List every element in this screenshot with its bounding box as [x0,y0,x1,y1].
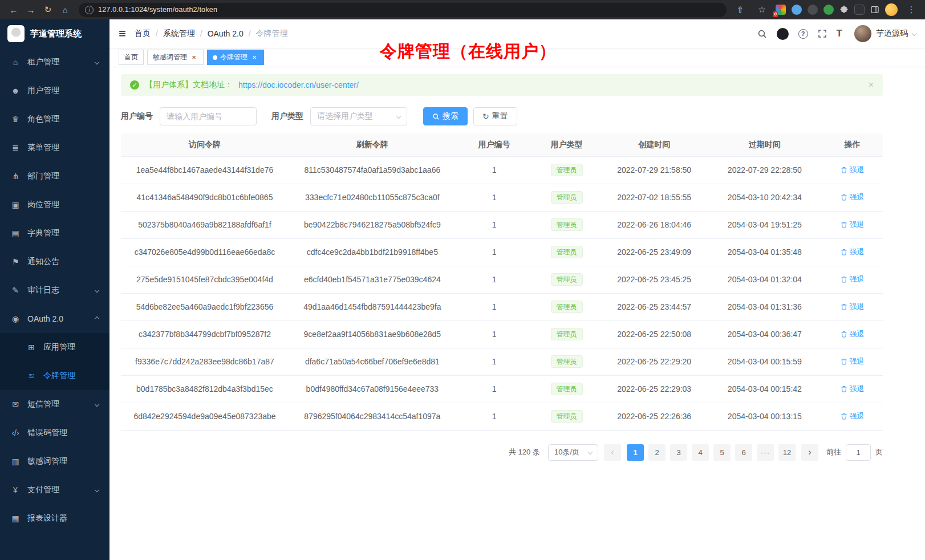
user-type-tag: 管理员 [551,246,583,258]
trash-icon [841,194,847,201]
created-time-cell: 2022-06-25 23:44:57 [601,293,708,320]
refresh-icon: ↻ [482,112,489,120]
user-id-cell: 1 [456,184,533,211]
alert-close-icon[interactable]: × [869,80,874,90]
force-logout-button[interactable]: 强退 [841,247,865,257]
sidebar-item-dept[interactable]: ⋔部门管理 [0,162,109,190]
doc-link[interactable]: https://doc.iocoder.cn/user-center/ [238,80,359,90]
force-logout-button[interactable]: 强退 [841,220,865,230]
font-size-icon[interactable]: T [837,28,842,39]
force-logout-button[interactable]: 强退 [841,165,865,175]
sidebar-item-sensitive-word[interactable]: ▥敏感词管理 [0,447,109,476]
sidebar-item-role[interactable]: ♛角色管理 [0,105,109,133]
sidebar-item-user[interactable]: ☻用户管理 [0,76,109,105]
pagination-more-icon[interactable]: ··· [757,444,774,461]
user-id-input[interactable] [160,107,257,125]
tab-home[interactable]: 首页 [119,50,144,65]
force-logout-button[interactable]: 强退 [841,411,865,421]
sidebar-item-audit-log[interactable]: ✎审计日志 [0,276,109,305]
sidebar-item-report-designer[interactable]: ▦报表设计器 [0,504,109,533]
user-menu[interactable]: 芋道源码 [854,25,916,42]
trash-icon [841,276,847,283]
tab-label: 令牌管理 [220,52,248,62]
side-panel-icon[interactable] [870,5,879,14]
sidebar-item-oauth2-app[interactable]: ⊞应用管理 [0,333,109,362]
back-button[interactable]: ← [6,2,22,18]
tabs-list: 首页敏感词管理×令牌管理× [119,50,264,65]
sidebar-item-tenant[interactable]: ⌂租户管理 [0,48,109,76]
trash-icon [841,221,847,228]
tab-close-icon[interactable]: × [250,54,258,62]
extension-pinned-icon[interactable] [854,5,865,15]
user-type-cell: 管理员 [532,293,601,320]
sidebar-item-error-code[interactable]: ‹/›错误码管理 [0,419,109,447]
breadcrumb-item[interactable]: OAuth 2.0 [208,29,244,38]
sidebar-item-menu[interactable]: ≣菜单管理 [0,133,109,162]
token-broadcast-icon: ≋ [27,371,36,380]
force-logout-button[interactable]: 强退 [841,192,865,202]
extension-blue-icon[interactable] [792,5,802,15]
user-type-select[interactable]: 请选择用户类型 [310,107,407,125]
goto-page-input[interactable] [846,444,871,461]
browser-menu-icon[interactable]: ⋮ [903,2,919,18]
sidebar-item-notice[interactable]: ⚑通知公告 [0,247,109,276]
sidebar-item-dict[interactable]: ▤字典管理 [0,219,109,247]
pagination-next-button[interactable]: › [801,444,818,461]
reset-button[interactable]: ↻ 重置 [473,107,517,125]
user-type-cell: 管理员 [532,348,601,375]
tab-close-icon[interactable]: × [190,54,198,62]
user-id-cell: 1 [456,156,533,184]
fullscreen-icon[interactable] [818,29,827,38]
annotation-overlay: 令牌管理（在线用户） [380,40,557,63]
address-bar[interactable]: i 127.0.0.1:1024/system/oauth2/token [79,3,727,17]
site-info-icon[interactable]: i [85,6,94,14]
search-icon[interactable] [757,29,767,39]
home-button[interactable]: ⌂ [57,2,73,18]
bookmark-star-icon[interactable]: ☆ [754,2,770,18]
force-logout-button[interactable]: 强退 [841,384,865,394]
sidebar-item-oauth2[interactable]: ◉OAuth 2.0 [0,305,109,333]
sidebar-item-post[interactable]: ▣岗位管理 [0,190,109,219]
force-logout-button[interactable]: 强退 [841,329,865,339]
forward-button[interactable]: → [23,2,39,18]
sidebar-item-oauth2-token[interactable]: ≋令牌管理 [0,362,109,390]
extension-colorful-icon[interactable]: 0 [776,5,786,15]
tab-sensitive-word[interactable]: 敏感词管理× [147,50,204,65]
share-icon[interactable]: ⇧ [732,2,748,18]
tab-token[interactable]: 令牌管理× [207,50,264,65]
sidebar-toggle-icon[interactable]: ≡ [119,27,126,40]
pagination-page-5[interactable]: 5 [713,444,731,461]
force-logout-button[interactable]: 强退 [841,274,865,285]
user-id-cell: 1 [456,293,533,320]
pagination-page-4[interactable]: 4 [692,444,709,461]
breadcrumb-item[interactable]: 首页 [135,29,151,39]
extension-dark-icon[interactable] [808,5,818,15]
sidebar-item-sms[interactable]: ✉短信管理 [0,390,109,419]
help-icon[interactable]: ? [798,29,808,39]
app-logo[interactable]: 芋道管理系统 [0,19,109,48]
created-time-cell: 2022-06-25 22:50:08 [601,320,708,348]
reload-button[interactable]: ↻ [40,2,56,18]
pagination-page-6[interactable]: 6 [735,444,752,461]
code-icon: ‹/› [11,428,20,437]
user-type-cell: 管理员 [532,211,601,238]
pagination-page-12[interactable]: 12 [778,444,796,461]
github-icon[interactable] [777,28,789,40]
extension-green-icon[interactable] [823,5,834,15]
pagination-page-3[interactable]: 3 [670,444,687,461]
extensions-puzzle-icon[interactable] [839,5,849,14]
browser-profile-avatar[interactable] [885,3,898,16]
table-row: c342377bf8b344799dcbf7bf095287f2 9ce8ef2… [121,320,883,348]
force-logout-button[interactable]: 强退 [841,302,865,312]
browser-actions: ⇧ ☆ 0 ⋮ [732,2,919,18]
pagination-page-2[interactable]: 2 [648,444,666,461]
breadcrumb-item[interactable]: 系统管理 [163,29,195,39]
page-size-select[interactable]: 10条/页 [548,444,598,461]
user-type-cell: 管理员 [532,375,601,403]
force-logout-button[interactable]: 强退 [841,356,865,367]
sidebar-item-pay[interactable]: ¥支付管理 [0,476,109,504]
search-button[interactable]: 搜索 [423,107,468,125]
pagination-page-1[interactable]: 1 [627,444,644,461]
trash-icon [841,249,847,255]
pagination-prev-button[interactable]: ‹ [604,444,621,461]
